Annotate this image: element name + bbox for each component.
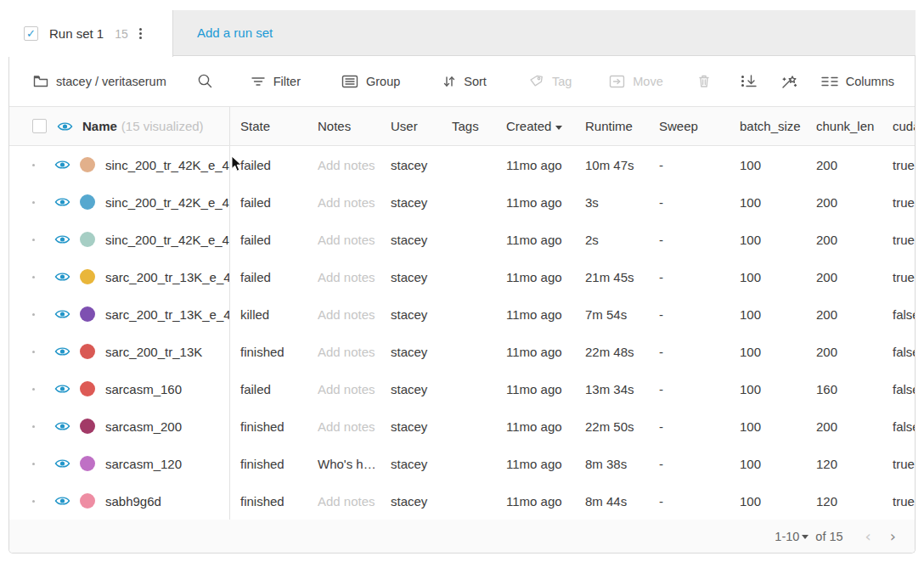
drag-handle[interactable] xyxy=(32,201,35,204)
run-set-menu-icon[interactable] xyxy=(139,28,142,39)
run-set-checkbox[interactable]: ✓ xyxy=(24,26,38,41)
run-cuda: true xyxy=(882,494,915,509)
drag-handle[interactable] xyxy=(32,351,35,353)
run-cuda: true xyxy=(882,233,915,247)
drag-handle[interactable] xyxy=(32,164,35,166)
table-row[interactable]: sarcasm_120 finished Who's h… stacey 11m… xyxy=(9,445,915,482)
run-notes[interactable]: Add notes xyxy=(307,158,380,172)
visibility-eye-icon[interactable] xyxy=(54,308,70,320)
visibility-eye-icon[interactable] xyxy=(54,159,70,171)
export-button[interactable] xyxy=(744,74,758,88)
visibility-eye-icon[interactable] xyxy=(54,233,70,245)
table-row[interactable]: sarcasm_160 failed Add notes stacey 11mo… xyxy=(9,370,915,407)
group-icon xyxy=(341,75,358,88)
table-row[interactable]: sabh9g6d finished Add notes stacey 11mo … xyxy=(9,482,915,520)
visibility-eye-icon[interactable] xyxy=(54,495,70,507)
table-row[interactable]: sarc_200_tr_13K finished Add notes stace… xyxy=(9,333,915,370)
drag-handle[interactable] xyxy=(32,388,35,391)
col-header-cuda[interactable]: cuda xyxy=(882,119,915,133)
add-run-set-link[interactable]: Add a run set xyxy=(197,25,273,40)
run-notes[interactable]: Add notes xyxy=(307,233,380,247)
visibility-eye-icon[interactable] xyxy=(54,383,70,395)
group-button[interactable]: Group xyxy=(341,75,400,88)
table-row[interactable]: sarc_200_tr_13K_e_4 failed Add notes sta… xyxy=(9,258,915,295)
table-row[interactable]: sarc_200_tr_13K_e_4 killed Add notes sta… xyxy=(9,295,915,333)
col-header-notes[interactable]: Notes xyxy=(307,119,380,133)
run-set-tab-label: Run set 1 xyxy=(49,26,104,41)
table-row[interactable]: sarcasm_200 finished Add notes stacey 11… xyxy=(9,407,915,445)
page-range-dropdown[interactable]: 1-10 xyxy=(775,530,810,543)
run-name-link[interactable]: sinc_200_tr_42K_e_4 xyxy=(105,158,229,172)
magic-wand-button[interactable] xyxy=(780,73,799,90)
col-header-created[interactable]: Created xyxy=(496,119,575,133)
drag-handle[interactable] xyxy=(32,463,35,465)
visibility-eye-icon[interactable] xyxy=(54,420,70,432)
filter-button[interactable]: Filter xyxy=(251,75,301,88)
next-page-button[interactable]: › xyxy=(890,529,896,544)
page-total: of 15 xyxy=(815,530,842,543)
search-button[interactable] xyxy=(197,73,213,89)
run-notes[interactable]: Add notes xyxy=(307,307,380,322)
col-header-batch-size[interactable]: batch_size xyxy=(730,119,806,133)
sort-button[interactable]: Sort xyxy=(442,75,487,88)
table-row[interactable]: sinc_200_tr_42K_e_4 failed Add notes sta… xyxy=(9,146,915,183)
run-notes[interactable]: Who's h… xyxy=(307,457,380,471)
run-color-dot xyxy=(80,344,95,359)
drag-handle[interactable] xyxy=(32,313,35,316)
run-notes[interactable]: Add notes xyxy=(307,419,380,434)
table-row[interactable]: sinc_200_tr_42K_e_4 failed Add notes sta… xyxy=(9,221,915,258)
drag-handle[interactable] xyxy=(32,276,35,278)
visibility-eye-icon[interactable] xyxy=(54,196,70,208)
col-header-user[interactable]: User xyxy=(380,119,442,133)
select-all-checkbox[interactable]: ✓ xyxy=(32,119,47,133)
move-label: Move xyxy=(633,75,662,88)
move-button[interactable]: Move xyxy=(609,75,662,88)
tab-run-set-1[interactable]: ✓ Run set 1 15 xyxy=(8,10,173,57)
run-notes[interactable]: Add notes xyxy=(307,382,380,396)
run-cuda: true xyxy=(882,457,915,471)
visibility-eye-icon[interactable] xyxy=(54,458,70,469)
run-name-link[interactable]: sarc_200_tr_13K_e_4 xyxy=(105,307,230,322)
tag-button[interactable]: Tag xyxy=(529,75,572,88)
run-color-dot xyxy=(80,194,95,210)
project-selector[interactable]: stacey / veritaserum xyxy=(33,75,166,88)
visibility-eye-icon[interactable] xyxy=(54,346,70,357)
col-header-chunk-len[interactable]: chunk_len xyxy=(806,119,882,133)
run-state: failed xyxy=(230,233,307,247)
table-row[interactable]: sinc_200_tr_42K_e_4 failed Add notes sta… xyxy=(9,183,915,221)
run-notes[interactable]: Add notes xyxy=(307,195,380,210)
run-name-link[interactable]: sarc_200_tr_13K xyxy=(105,345,202,359)
drag-handle[interactable] xyxy=(32,425,35,428)
col-header-runtime[interactable]: Runtime xyxy=(575,119,649,133)
col-header-state[interactable]: State xyxy=(230,119,307,133)
col-header-tags[interactable]: Tags xyxy=(442,119,496,133)
run-name-link[interactable]: sarcasm_160 xyxy=(105,382,182,396)
run-cuda: true xyxy=(882,158,915,172)
sort-desc-caret-icon xyxy=(555,126,562,130)
visibility-eye-icon[interactable] xyxy=(54,271,70,283)
run-notes[interactable]: Add notes xyxy=(307,345,380,359)
run-sweep: - xyxy=(649,345,730,359)
prev-page-button[interactable]: ‹ xyxy=(865,529,871,544)
run-name-link[interactable]: sarcasm_200 xyxy=(105,419,182,434)
delete-button[interactable] xyxy=(697,74,711,88)
run-chunk-len: 120 xyxy=(806,494,882,509)
col-header-name[interactable]: Name xyxy=(82,119,117,133)
run-name-link[interactable]: sabh9g6d xyxy=(105,494,161,509)
run-color-dot xyxy=(80,456,95,471)
run-runtime: 2s xyxy=(575,233,649,247)
run-notes[interactable]: Add notes xyxy=(307,270,380,284)
run-batch-size: 100 xyxy=(730,494,806,509)
columns-button[interactable]: Columns xyxy=(821,75,894,88)
run-name-link[interactable]: sinc_200_tr_42K_e_4 xyxy=(105,195,229,210)
drag-handle[interactable] xyxy=(32,500,35,503)
run-name-link[interactable]: sarcasm_120 xyxy=(105,457,182,471)
run-notes[interactable]: Add notes xyxy=(307,494,380,509)
run-name-link[interactable]: sinc_200_tr_42K_e_4 xyxy=(105,233,229,247)
drag-handle[interactable] xyxy=(32,239,35,241)
col-header-sweep[interactable]: Sweep xyxy=(649,119,730,133)
run-name-link[interactable]: sarc_200_tr_13K_e_4 xyxy=(105,270,230,284)
run-runtime: 8m 38s xyxy=(575,457,649,471)
header-eye-icon[interactable] xyxy=(57,121,73,132)
run-color-dot xyxy=(80,493,95,509)
